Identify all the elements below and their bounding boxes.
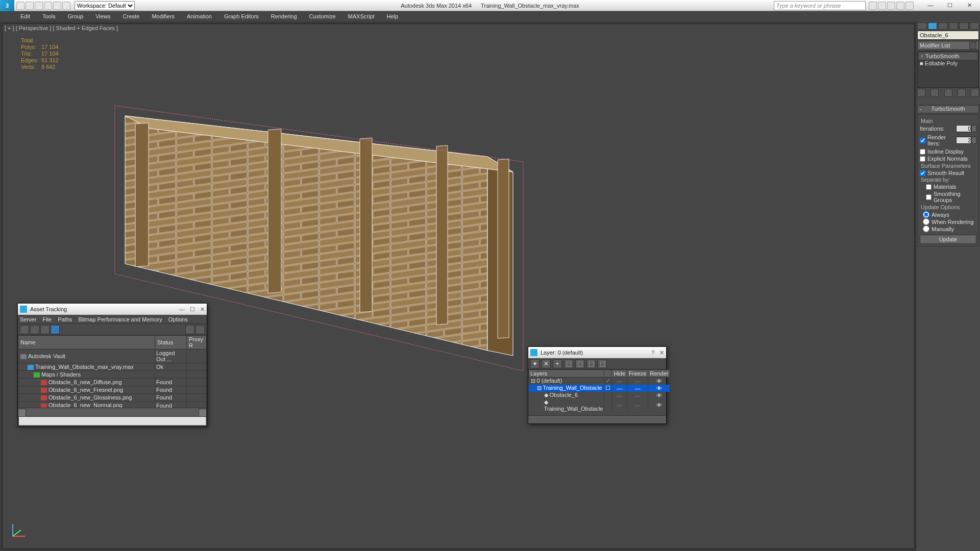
dialog-maximize-button[interactable]: ☐ [190,306,195,313]
render-iters-checkbox[interactable] [920,138,925,143]
workspace-dropdown[interactable]: Workspace: Default [75,1,135,10]
iterations-input[interactable] [956,125,971,132]
object-name-field[interactable] [917,31,979,40]
asset-row[interactable]: Autodesk VaultLogged Out ... [18,349,207,363]
close-button[interactable]: ✕ [962,2,977,9]
modifier-list-dropdown[interactable]: Modifier List [917,41,979,50]
asset-tracking-grid[interactable]: Name Status Proxy R Autodesk VaultLogged… [18,335,207,408]
layer-row[interactable]: ⊟ Training_Wall_Obstacle☐——👁 [529,385,670,392]
exchange-icon[interactable] [887,2,895,10]
materials-checkbox[interactable]: Materials [926,184,976,190]
ly-col-hide[interactable]: Hide [612,370,627,378]
ly-col-freeze[interactable]: Freeze [627,370,648,378]
chevron-down-icon[interactable] [969,42,976,49]
at-col-status[interactable]: Status [155,336,187,349]
layers-titlebar[interactable]: Layer: 0 (default) ?✕ [528,347,666,358]
radio-always[interactable]: Always [923,211,976,218]
menu-create[interactable]: Create [117,12,144,20]
menu-graph-editors[interactable]: Graph Editors [219,12,264,20]
stack-item-editable-poly[interactable]: ■ Editable Poly [919,60,977,67]
asset-row[interactable]: Training_Wall_Obstacle_max_vray.maxOk [18,363,207,371]
remove-modifier-icon[interactable] [958,89,966,97]
pin-stack-icon[interactable] [917,89,925,97]
ly-horizontal-scrollbar[interactable] [528,415,666,423]
menu-help[interactable]: Help [382,12,404,20]
layer-freeze-icon[interactable]: ⬚ [598,359,607,368]
at-menu-options[interactable]: Options [168,316,188,322]
qat-save-icon[interactable] [35,2,43,10]
tab-create-icon[interactable] [917,22,927,30]
layers-grid[interactable]: Layers Hide Freeze Render ⊟ 0 (default)✓… [528,369,666,412]
app-logo[interactable]: 3 [0,0,14,11]
asset-row[interactable]: Obstacle_6_new_Diffuse.pngFound [18,379,207,386]
asset-tracking-titlebar[interactable]: Asset Tracking —☐✕ [18,304,207,315]
at-col-name[interactable]: Name [18,336,155,349]
layer-row[interactable]: ◆ Obstacle_6——👁 [529,392,670,399]
menu-maxscript[interactable]: MAXScript [343,12,380,20]
workspace-selector[interactable]: Workspace: Default [75,1,135,10]
layers-help-button[interactable]: ? [651,349,654,356]
menu-modifiers[interactable]: Modifiers [146,12,180,20]
favorites-icon[interactable] [896,2,904,10]
asset-row[interactable]: Maps / Shaders [18,371,207,379]
configure-sets-icon[interactable] [971,89,979,97]
radio-manually[interactable]: Manually [923,226,976,232]
qat-open-icon[interactable] [26,2,34,10]
maximize-button[interactable]: ☐ [942,2,958,9]
menu-group[interactable]: Group [63,12,89,20]
at-list-view-icon[interactable] [30,325,39,334]
layer-select-icon[interactable]: ⬚ [564,359,573,368]
help-icon[interactable] [905,2,914,10]
dialog-minimize-button[interactable]: — [179,306,185,313]
at-menu-paths[interactable]: Paths [58,316,72,322]
menu-rendering[interactable]: Rendering [266,12,302,20]
menu-animation[interactable]: Animation [182,12,217,20]
radio-when-rendering[interactable]: When Rendering [923,218,976,225]
at-tree-view-icon[interactable] [20,325,29,334]
at-settings-icon[interactable] [195,325,205,334]
at-menu-server[interactable]: Server [20,316,36,322]
ly-col-layers[interactable]: Layers [529,370,604,378]
at-thumb-view-icon[interactable] [40,325,50,334]
modifier-stack[interactable]: ♀ TurboSmooth ■ Editable Poly [917,51,979,88]
asset-tracking-dialog[interactable]: Asset Tracking —☐✕ Server File Paths Bit… [17,303,207,427]
axis-gizmo-icon[interactable] [10,521,28,539]
at-menu-file[interactable]: File [42,316,52,322]
show-end-result-icon[interactable] [930,89,939,97]
ly-col-render[interactable]: Render [648,370,670,378]
stack-item-turbosmooth[interactable]: ♀ TurboSmooth [919,53,977,60]
at-col-proxy[interactable]: Proxy R [187,336,207,349]
layer-delete-icon[interactable]: ✕ [542,359,551,368]
qat-link-icon[interactable] [62,2,70,10]
menu-customize[interactable]: Customize [304,12,341,20]
search-icon[interactable] [869,2,877,10]
layer-row[interactable]: ⊟ 0 (default)✓——👁 [529,378,670,385]
qat-new-icon[interactable] [16,2,24,10]
tab-display-icon[interactable] [959,22,969,30]
rollout-turbosmooth-header[interactable]: TurboSmooth [917,105,979,113]
dialog-close-button[interactable]: ✕ [659,349,664,356]
tab-utilities-icon[interactable] [970,22,979,30]
explicit-normals-checkbox[interactable]: Explicit Normals [920,156,976,162]
qat-undo-icon[interactable] [44,2,52,10]
ly-col-current[interactable] [604,370,612,378]
viewport-label[interactable]: [ + ] [ Perspective ] [ Shaded + Edged F… [5,25,118,31]
make-unique-icon[interactable] [944,89,952,97]
layer-new-icon[interactable]: ✦ [530,359,540,368]
smoothing-groups-checkbox[interactable]: Smoothing Groups [926,191,976,203]
asset-row[interactable]: Obstacle_6_new_Normal.pngFound [18,402,207,408]
layers-dialog[interactable]: Layer: 0 (default) ?✕ ✦ ✕ + ⬚ ⬚ ⬚ ⬚ Laye… [528,346,667,424]
isoline-checkbox[interactable]: Isoline Display [920,148,976,155]
spinner-icon[interactable] [971,125,976,132]
layer-add-icon[interactable]: + [553,359,562,368]
asset-row[interactable]: Obstacle_6_new_Fresnel.pngFound [18,386,207,394]
at-table-view-icon[interactable] [51,325,60,334]
render-iters-input[interactable] [956,137,971,144]
update-button[interactable]: Update [920,235,976,244]
viewport[interactable]: [ + ] [ Perspective ] [ Shaded + Edged F… [2,23,915,549]
layer-row[interactable]: ◆ Training_Wall_Obstacle——👁 [529,399,670,412]
tab-motion-icon[interactable] [949,22,959,30]
asset-row[interactable]: Obstacle_6_new_Glossiness.pngFound [18,394,207,402]
dialog-close-button[interactable]: ✕ [200,306,205,313]
menu-edit[interactable]: Edit [15,12,35,20]
